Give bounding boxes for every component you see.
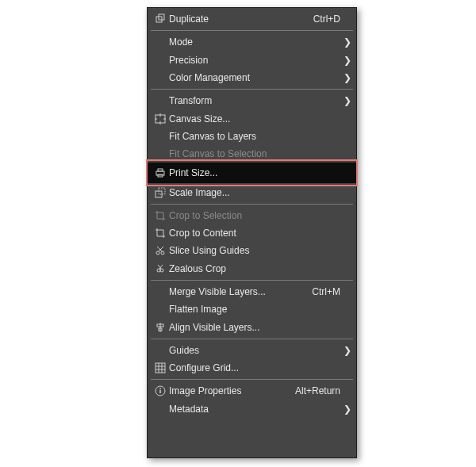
menu-item-fit-canvas-selection: Fit Canvas to Selection	[148, 145, 356, 163]
menu-separator	[151, 204, 353, 205]
print-icon	[152, 167, 169, 178]
menu-label: Fit Canvas to Layers	[169, 131, 340, 142]
menu-separator	[151, 30, 353, 31]
menu-item-color-management[interactable]: Color Management ❯	[148, 69, 356, 86]
duplicate-icon	[152, 13, 169, 25]
chevron-right-icon: ❯	[344, 404, 351, 415]
menu-item-canvas-size[interactable]: Canvas Size...	[148, 109, 356, 127]
menu-label: Slice Using Guides	[169, 245, 340, 256]
menu-label: Flatten Image	[169, 304, 340, 315]
menu-item-merge-visible[interactable]: Merge Visible Layers... Ctrl+M	[148, 283, 356, 300]
menu-item-precision[interactable]: Precision ❯	[148, 52, 356, 69]
menu-item-crop-content[interactable]: Crop to Content	[148, 224, 356, 242]
svg-rect-8	[158, 169, 163, 171]
svg-point-12	[156, 251, 159, 255]
menu-item-align-visible[interactable]: Align Visible Layers...	[148, 318, 356, 335]
align-icon	[152, 322, 169, 333]
highlight-print-size: Print Size...	[148, 163, 356, 183]
menu-item-scale-image[interactable]: Scale Image...	[148, 183, 356, 201]
menu-item-zealous-crop[interactable]: Zealous Crop	[148, 260, 356, 278]
menu-label: Mode	[169, 36, 340, 48]
info-icon	[152, 385, 169, 396]
crop-icon	[152, 210, 169, 221]
menu-shortcut: Ctrl+M	[307, 286, 340, 297]
menu-separator	[151, 339, 353, 339]
menu-label: Guides	[169, 345, 340, 356]
menu-item-flatten[interactable]: Flatten Image	[148, 300, 356, 318]
menu-label: Duplicate	[169, 13, 309, 25]
menu-item-slice-guides[interactable]: Slice Using Guides	[148, 242, 356, 259]
image-menu: Duplicate Ctrl+D Mode ❯ Precision ❯ Colo…	[147, 7, 357, 458]
menu-item-transform[interactable]: Transform ❯	[148, 92, 356, 109]
svg-point-16	[157, 269, 160, 272]
chevron-right-icon: ❯	[344, 72, 351, 83]
svg-rect-23	[155, 363, 165, 373]
menu-label: Image Properties	[169, 385, 290, 396]
menu-label: Align Visible Layers...	[169, 322, 340, 333]
menu-label: Crop to Content	[169, 228, 340, 239]
menu-label: Configure Grid...	[169, 362, 340, 373]
menu-label: Metadata	[169, 404, 340, 415]
menu-label: Merge Visible Layers...	[169, 286, 307, 297]
chevron-right-icon: ❯	[344, 55, 351, 66]
menu-label: Canvas Size...	[169, 113, 340, 124]
svg-point-30	[159, 389, 161, 390]
menu-label: Print Size...	[169, 167, 340, 178]
menu-label: Precision	[169, 55, 340, 66]
slice-icon	[152, 245, 169, 256]
menu-label: Color Management	[169, 72, 340, 83]
menu-separator	[151, 280, 353, 281]
menu-shortcut: Ctrl+D	[309, 13, 340, 25]
svg-point-13	[161, 251, 164, 255]
menu-label: Crop to Selection	[169, 210, 340, 221]
menu-item-guides[interactable]: Guides ❯	[148, 342, 356, 359]
menu-label: Zealous Crop	[169, 263, 340, 274]
menu-label: Transform	[169, 95, 340, 106]
zealous-crop-icon	[152, 263, 169, 274]
scale-icon	[152, 187, 169, 198]
menu-item-image-properties[interactable]: Image Properties Alt+Return	[148, 382, 356, 400]
menu-label: Scale Image...	[169, 187, 340, 198]
menu-item-metadata[interactable]: Metadata ❯	[148, 400, 356, 418]
svg-point-17	[160, 269, 163, 272]
menu-shortcut: Alt+Return	[290, 385, 340, 396]
chevron-right-icon: ❯	[344, 36, 351, 48]
crop-icon	[152, 228, 169, 239]
menu-item-print-size[interactable]: Print Size...	[148, 163, 356, 183]
grid-icon	[152, 362, 169, 373]
menu-label: Fit Canvas to Selection	[169, 148, 340, 159]
menu-item-mode[interactable]: Mode ❯	[148, 33, 356, 51]
menu-item-crop-selection: Crop to Selection	[148, 207, 356, 224]
menu-item-duplicate[interactable]: Duplicate Ctrl+D	[148, 10, 356, 28]
chevron-right-icon: ❯	[344, 95, 351, 106]
menu-item-fit-canvas-layers[interactable]: Fit Canvas to Layers	[148, 128, 356, 145]
menu-separator	[151, 89, 353, 90]
chevron-right-icon: ❯	[344, 345, 351, 356]
canvas-size-icon	[152, 113, 169, 124]
menu-separator	[151, 379, 353, 380]
menu-item-configure-grid[interactable]: Configure Grid...	[148, 359, 356, 377]
